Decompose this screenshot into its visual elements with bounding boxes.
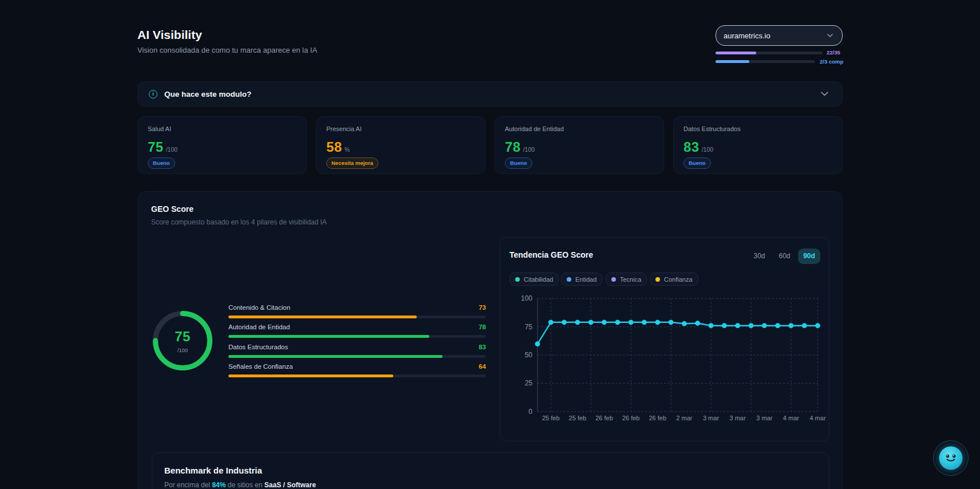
svg-text:3 mar: 3 mar (703, 415, 719, 421)
svg-text:4 mar: 4 mar (783, 415, 799, 421)
svg-text:25: 25 (525, 379, 533, 387)
svg-text:50: 50 (525, 351, 533, 359)
svg-text:2 mar: 2 mar (676, 415, 692, 421)
svg-text:25 feb: 25 feb (542, 415, 560, 421)
svg-text:4 mar: 4 mar (809, 415, 825, 421)
svg-text:26 feb: 26 feb (649, 415, 667, 421)
svg-text:3 mar: 3 mar (730, 415, 746, 421)
svg-text:26 feb: 26 feb (595, 415, 613, 421)
svg-text:26 feb: 26 feb (622, 415, 640, 421)
svg-text:75: 75 (525, 323, 533, 331)
svg-text:0: 0 (528, 408, 532, 416)
svg-text:3 mar: 3 mar (756, 415, 772, 421)
svg-text:25 feb: 25 feb (569, 415, 587, 421)
svg-text:100: 100 (521, 295, 532, 302)
